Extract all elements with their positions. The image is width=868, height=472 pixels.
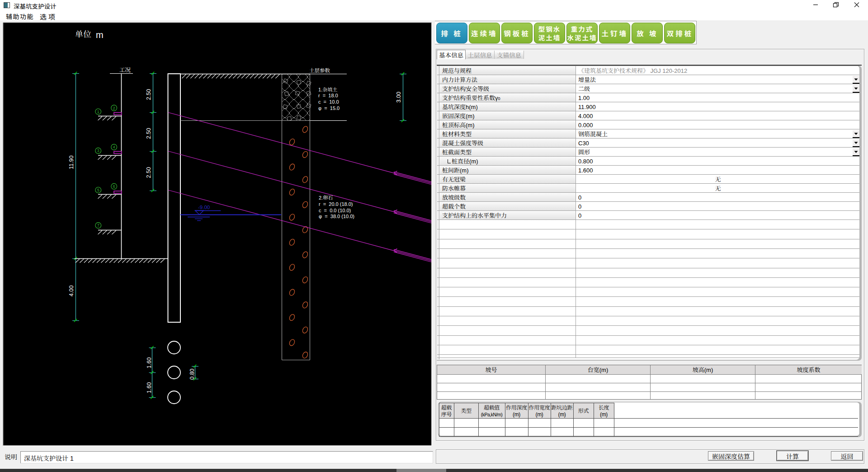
svg-text:6: 6: [113, 183, 115, 189]
svg-text:工况: 工况: [119, 66, 131, 74]
svg-text:7: 7: [97, 222, 99, 228]
svg-text:φ = 38.0 (10.0): φ = 38.0 (10.0): [319, 212, 354, 219]
svg-text:2.50: 2.50: [144, 128, 152, 139]
svg-text:2: 2: [113, 105, 115, 110]
svg-text:1.60: 1.60: [145, 382, 153, 393]
svg-text:5: 5: [97, 187, 99, 192]
svg-text:3: 3: [97, 148, 99, 153]
svg-text:2.50: 2.50: [144, 167, 152, 178]
svg-text:φ = 15.0: φ = 15.0: [318, 104, 340, 111]
svg-text:4.00: 4.00: [67, 286, 75, 296]
svg-text:4: 4: [113, 144, 115, 149]
svg-text:11.90: 11.90: [67, 156, 75, 169]
svg-text:2.50: 2.50: [144, 89, 152, 100]
svg-text:0.80: 0.80: [188, 369, 196, 380]
svg-text:单位: 单位: [75, 28, 91, 39]
svg-text:3.00: 3.00: [394, 92, 402, 103]
svg-text:1.60: 1.60: [145, 358, 153, 368]
svg-text:-9.00: -9.00: [198, 203, 210, 210]
svg-text:土层参数: 土层参数: [309, 67, 330, 74]
svg-text:m: m: [96, 28, 104, 41]
svg-text:1: 1: [97, 109, 99, 114]
